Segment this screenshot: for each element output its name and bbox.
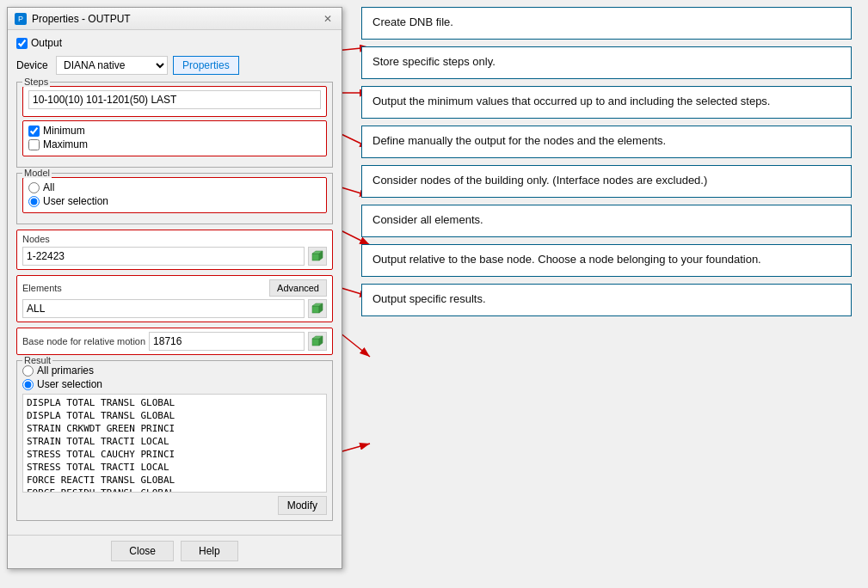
user-selection-radio[interactable]	[28, 196, 40, 207]
annotation-2: Store specific steps only.	[361, 46, 852, 79]
minimum-label[interactable]: Minimum	[43, 125, 85, 137]
nodes-section: Nodes 1-22423	[16, 230, 333, 270]
list-item: STRAIN TOTAL TRACTI LOCAL	[25, 435, 324, 448]
svg-rect-12	[312, 306, 319, 313]
list-item: DISPLA TOTAL TRANSL GLOBAL	[25, 409, 324, 422]
modify-button[interactable]: Modify	[278, 496, 327, 515]
result-user-selection-radio[interactable]	[22, 379, 34, 390]
all-radio-row: All	[28, 181, 321, 193]
all-radio[interactable]	[28, 182, 40, 193]
elements-cube-button[interactable]	[308, 299, 327, 318]
steps-input[interactable]: 10-100(10) 101-1201(50) LAST	[28, 90, 321, 109]
annotation-5: Consider nodes of the building only. (In…	[361, 165, 852, 198]
window-icon: P	[15, 13, 27, 25]
result-footer: Modify	[22, 496, 327, 515]
result-list-box[interactable]: DISPLA TOTAL TRANSL GLOBAL DISPLA TOTAL …	[22, 394, 327, 493]
output-label[interactable]: Output	[31, 37, 62, 49]
elements-input-row: ALL	[22, 299, 327, 318]
list-item: FORCE REACTI TRANSL GLOBAL	[25, 474, 324, 487]
all-primaries-row: All primaries	[22, 364, 327, 377]
dialog-content: Output Device DIANA native Properties St…	[8, 30, 342, 535]
user-selection-label[interactable]: User selection	[43, 195, 108, 207]
annotation-3: Output the minimum values that occurred …	[361, 86, 852, 119]
device-select[interactable]: DIANA native	[56, 56, 168, 75]
minmax-outline: Minimum Maximum	[22, 120, 327, 156]
nodes-input-row: 1-22423	[22, 247, 327, 266]
nodes-input[interactable]: 1-22423	[22, 247, 305, 266]
all-primaries-label[interactable]: All primaries	[37, 364, 94, 377]
list-item: FORCE RESIDU TRANSL GLOBAL	[25, 487, 324, 493]
annotation-5-text: Consider nodes of the building only. (In…	[372, 174, 707, 187]
base-node-label: Base node for relative motion	[22, 336, 145, 346]
annotation-6-text: Consider all elements.	[372, 213, 483, 226]
advanced-button[interactable]: Advanced	[269, 279, 327, 297]
maximum-label[interactable]: Maximum	[43, 138, 88, 150]
close-button[interactable]: Close	[111, 541, 174, 561]
title-bar-left: P Properties - OUTPUT	[15, 13, 131, 25]
annotation-1-text: Create DNB file.	[372, 15, 453, 28]
annotation-8-text: Output specific results.	[372, 292, 486, 305]
all-label[interactable]: All	[43, 181, 54, 193]
result-group: Result All primaries User selection DISP…	[16, 360, 333, 521]
annotation-6: Consider all elements.	[361, 205, 852, 237]
maximum-checkbox[interactable]	[28, 139, 40, 150]
svg-rect-9	[312, 254, 319, 260]
elements-label: Elements	[22, 283, 62, 293]
annotation-4: Define manually the output for the nodes…	[361, 126, 852, 158]
nodes-label: Nodes	[22, 234, 327, 244]
result-user-selection-label[interactable]: User selection	[37, 378, 102, 390]
minimum-row: Minimum	[28, 125, 321, 137]
base-node-row: Base node for relative motion 18716	[22, 332, 327, 351]
base-node-cube-button[interactable]	[308, 332, 327, 351]
output-row: Output	[16, 37, 333, 49]
help-button[interactable]: Help	[181, 541, 238, 561]
nodes-cube-button[interactable]	[308, 247, 327, 266]
steps-group: Steps 10-100(10) 101-1201(50) LAST Minim…	[16, 82, 333, 168]
elements-section: Elements Advanced ALL	[16, 275, 333, 322]
annotations-panel: Create DNB file. Store specific steps on…	[361, 7, 852, 323]
base-node-input[interactable]: 18716	[149, 332, 305, 351]
result-label: Result	[22, 355, 52, 365]
all-primaries-radio[interactable]	[22, 365, 34, 377]
annotation-7-text: Output relative to the base node. Choose…	[372, 253, 761, 266]
model-group: Model All User selection	[16, 173, 333, 224]
annotation-8: Output specific results.	[361, 284, 852, 316]
base-node-section: Base node for relative motion 18716	[16, 328, 333, 355]
steps-label: Steps	[22, 77, 50, 87]
model-label: Model	[22, 168, 52, 178]
minimum-checkbox[interactable]	[28, 126, 40, 137]
annotation-3-text: Output the minimum values that occurred …	[372, 95, 770, 107]
dialog-footer: Close Help	[8, 535, 342, 568]
close-icon[interactable]: ✕	[321, 12, 335, 26]
svg-rect-15	[312, 339, 319, 346]
user-selection-radio-row: User selection	[28, 195, 321, 207]
maximum-row: Maximum	[28, 138, 321, 150]
device-row: Device DIANA native Properties	[16, 56, 333, 75]
elements-cube-icon	[311, 303, 323, 315]
properties-dialog: P Properties - OUTPUT ✕ Output Device DI…	[7, 7, 342, 569]
title-bar: P Properties - OUTPUT ✕	[8, 8, 342, 30]
window-title: Properties - OUTPUT	[32, 13, 131, 25]
steps-outline: 10-100(10) 101-1201(50) LAST	[22, 86, 327, 117]
annotation-4-text: Define manually the output for the nodes…	[372, 134, 666, 147]
elements-header: Elements Advanced	[22, 279, 327, 297]
base-node-cube-icon	[311, 335, 323, 347]
list-item: STRESS TOTAL CAUCHY PRINCI	[25, 448, 324, 461]
list-item: STRAIN CRKWDT GREEN PRINCI	[25, 422, 324, 435]
list-item: STRESS TOTAL TRACTI LOCAL	[25, 461, 324, 474]
annotation-2-text: Store specific steps only.	[372, 55, 496, 68]
cube-icon	[311, 250, 323, 262]
elements-input[interactable]: ALL	[22, 299, 305, 318]
properties-button[interactable]: Properties	[173, 56, 239, 75]
model-outline: All User selection	[22, 177, 327, 213]
annotation-7: Output relative to the base node. Choose…	[361, 244, 852, 277]
annotation-1: Create DNB file.	[361, 7, 852, 40]
result-user-selection-row: User selection	[22, 378, 327, 390]
list-item: DISPLA TOTAL TRANSL GLOBAL	[25, 396, 324, 409]
output-checkbox[interactable]	[16, 38, 28, 49]
device-label: Device	[16, 59, 51, 71]
